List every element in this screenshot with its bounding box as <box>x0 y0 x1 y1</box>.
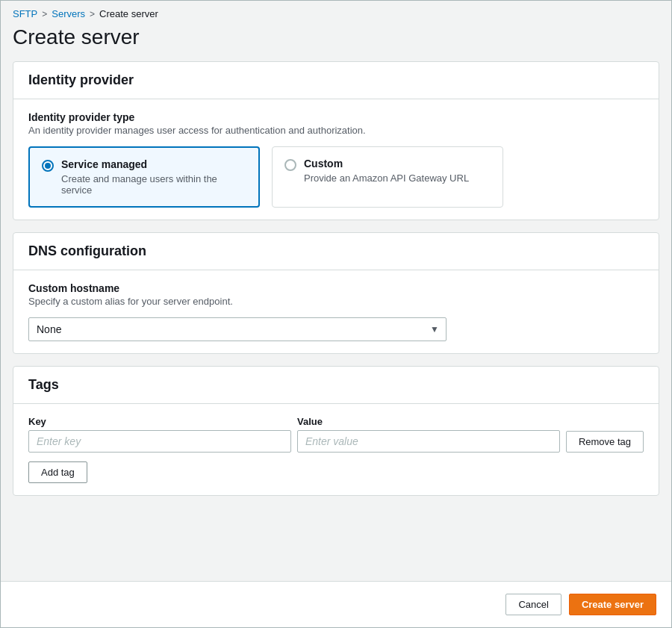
radio-title-custom: Custom <box>304 158 469 170</box>
custom-hostname-desc: Specify a custom alias for your server e… <box>28 296 644 307</box>
identity-provider-body: Identity provider type An identity provi… <box>13 99 659 220</box>
tag-value-input[interactable] <box>297 430 560 453</box>
radio-text-service-managed: Service managed Create and manage users … <box>61 158 246 196</box>
page-wrapper: SFTP > Servers > Create server Create se… <box>0 0 672 628</box>
identity-provider-field-desc: An identity provider manages user access… <box>28 125 644 136</box>
identity-provider-header: Identity provider <box>13 62 659 99</box>
remove-btn-wrapper: Remove tag <box>566 431 644 453</box>
identity-provider-options: Service managed Create and manage users … <box>28 146 644 208</box>
add-tag-button[interactable]: Add tag <box>28 461 87 483</box>
add-tag-row: Add tag <box>28 461 644 483</box>
footer-actions: Cancel Create server <box>1 581 671 627</box>
create-server-button[interactable]: Create server <box>569 594 656 615</box>
radio-dot-service-managed <box>45 163 51 169</box>
radio-option-custom[interactable]: Custom Provide an Amazon API Gateway URL <box>272 146 503 208</box>
breadcrumb-current: Create server <box>99 8 158 19</box>
remove-tag-button[interactable]: Remove tag <box>566 431 644 453</box>
radio-title-service-managed: Service managed <box>61 158 246 170</box>
identity-provider-field-label: Identity provider type <box>28 111 644 123</box>
radio-option-service-managed[interactable]: Service managed Create and manage users … <box>28 146 260 208</box>
radio-desc-custom: Provide an Amazon API Gateway URL <box>304 172 469 184</box>
dns-configuration-header: DNS configuration <box>13 233 659 270</box>
value-column: Value <box>297 416 560 453</box>
key-column-label: Key <box>28 416 291 427</box>
tags-title: Tags <box>28 377 59 392</box>
radio-text-custom: Custom Provide an Amazon API Gateway URL <box>304 158 469 184</box>
dns-configuration-body: Custom hostname Specify a custom alias f… <box>13 270 659 353</box>
breadcrumb: SFTP > Servers > Create server <box>1 1 671 22</box>
key-column: Key <box>28 416 291 453</box>
tags-body: Key Value Remove tag Add tag <box>13 404 659 495</box>
identity-provider-title: Identity provider <box>28 72 134 87</box>
value-column-label: Value <box>297 416 560 427</box>
radio-circle-custom <box>284 159 296 171</box>
tags-grid: Key Value Remove tag <box>28 416 644 453</box>
custom-hostname-select-wrapper: None Amazon Route 53 DNS alias Other DNS… <box>28 317 447 341</box>
dns-configuration-title: DNS configuration <box>28 243 146 258</box>
custom-hostname-label: Custom hostname <box>28 282 644 294</box>
tags-section: Tags Key Value Remove tag <box>13 366 659 496</box>
custom-hostname-select[interactable]: None Amazon Route 53 DNS alias Other DNS <box>28 317 447 341</box>
breadcrumb-sep-1: > <box>42 9 47 19</box>
page-title: Create server <box>1 22 671 61</box>
cancel-button[interactable]: Cancel <box>505 594 561 615</box>
breadcrumb-sftp[interactable]: SFTP <box>13 8 37 19</box>
radio-circle-service-managed <box>42 160 54 172</box>
identity-provider-section: Identity provider Identity provider type… <box>13 61 659 220</box>
tag-key-input[interactable] <box>28 430 291 453</box>
radio-desc-service-managed: Create and manage users within the servi… <box>61 173 246 196</box>
dns-configuration-section: DNS configuration Custom hostname Specif… <box>13 232 659 354</box>
tags-header: Tags <box>13 367 659 404</box>
breadcrumb-sep-2: > <box>90 9 95 19</box>
breadcrumb-servers[interactable]: Servers <box>52 8 85 19</box>
content-area: Identity provider Identity provider type… <box>1 61 671 556</box>
